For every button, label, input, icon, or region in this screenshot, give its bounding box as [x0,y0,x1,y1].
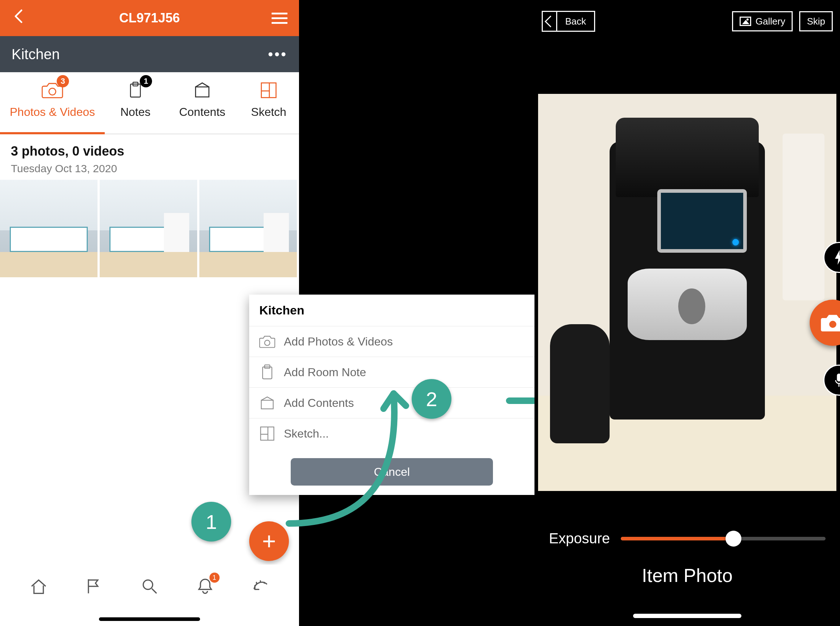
exposure-fill [621,537,733,540]
photo-thumbnail[interactable] [100,180,197,277]
sheet-item-label: Add Room Note [284,366,366,379]
tab-contents[interactable]: Contents [166,72,238,134]
svg-rect-10 [261,427,274,440]
camera-icon: 3 [41,79,64,102]
gallery-button[interactable]: Gallery [732,11,793,31]
notification-badge: 1 [210,573,219,583]
flag-icon[interactable] [83,576,105,597]
photos-badge: 3 [57,75,69,88]
home-indicator [99,617,200,621]
add-action-sheet: Kitchen Add Photos & Videos Add Room Not… [249,294,534,495]
photo-thumbnail[interactable] [0,180,97,277]
room-more-icon[interactable]: ••• [268,46,287,63]
svg-rect-3 [196,87,209,97]
exposure-label: Exposure [549,531,610,546]
sheet-title: Kitchen [249,294,534,326]
gallery-label: Gallery [755,16,785,27]
home-icon[interactable] [28,576,50,597]
tab-photos[interactable]: 3 Photos & Videos [0,72,105,134]
bottom-nav: 1 [0,565,299,608]
bell-icon[interactable]: 1 [194,576,216,597]
tab-label: Contents [179,105,225,119]
svg-point-5 [143,580,153,590]
tab-label: Sketch [251,105,286,119]
sheet-cancel-button[interactable]: Cancel [291,458,493,485]
photo-thumbnail[interactable] [199,180,297,277]
exposure-slider[interactable] [621,537,826,540]
sheet-add-contents[interactable]: Add Contents [249,387,534,418]
room-title: Kitchen [11,46,60,63]
svg-point-6 [265,340,270,346]
box-icon [191,79,214,102]
tab-notes[interactable]: 1 Notes [105,72,166,134]
camera-mode-label: Item Photo [534,565,840,586]
sync-icon[interactable] [249,576,271,597]
camera-viewfinder [538,94,836,491]
sheet-item-label: Add Photos & Videos [284,335,393,348]
svg-rect-12 [837,374,840,382]
skip-label: Skip [807,16,825,27]
step-marker-2: 2 [412,379,451,419]
sheet-sketch[interactable]: Sketch... [249,418,534,449]
tab-label: Notes [120,105,150,119]
back-icon[interactable] [11,8,27,28]
camera-back-label: Back [557,16,594,27]
add-fab[interactable]: + [249,521,289,561]
home-indicator [633,614,741,618]
svg-point-11 [829,320,837,329]
step-marker-1: 1 [191,502,231,541]
photos-count: 3 photos, 0 videos [11,144,288,159]
job-id: CL971J56 [119,11,180,26]
svg-point-0 [49,88,56,95]
camera-back-button[interactable]: Back [542,11,595,32]
sheet-item-label: Sketch... [284,427,329,440]
svg-rect-4 [262,83,276,98]
image-icon [740,17,751,26]
sheet-add-photos[interactable]: Add Photos & Videos [249,326,534,357]
photos-date: Tuesday Oct 13, 2020 [11,163,288,175]
camera-screen: Back Gallery Skip A Exposure [534,0,840,626]
chevron-left-icon [543,11,557,32]
tab-sketch[interactable]: Sketch [238,72,299,134]
tab-label: Photos & Videos [10,105,95,119]
svg-rect-7 [263,367,272,379]
photos-section-header: 3 photos, 0 videos Tuesday Oct 13, 2020 [0,134,299,177]
floorplan-icon [257,79,280,102]
sheet-item-label: Add Contents [284,396,354,410]
search-icon[interactable] [139,576,160,597]
exposure-control: Exposure [549,531,826,546]
notes-badge: 1 [140,75,152,88]
exposure-knob[interactable] [726,531,741,546]
app-header: CL971J56 [0,0,299,36]
camera-top-bar: Back Gallery Skip [542,9,833,34]
room-header: Kitchen ••• [0,36,299,72]
photo-thumbnails [0,177,299,277]
sheet-add-note[interactable]: Add Room Note [249,357,534,387]
clipboard-icon: 1 [124,79,147,102]
skip-button[interactable]: Skip [799,11,833,31]
room-tabs: 3 Photos & Videos 1 Notes Contents Sketc… [0,72,299,134]
svg-rect-9 [262,401,273,409]
menu-icon[interactable] [271,13,287,24]
